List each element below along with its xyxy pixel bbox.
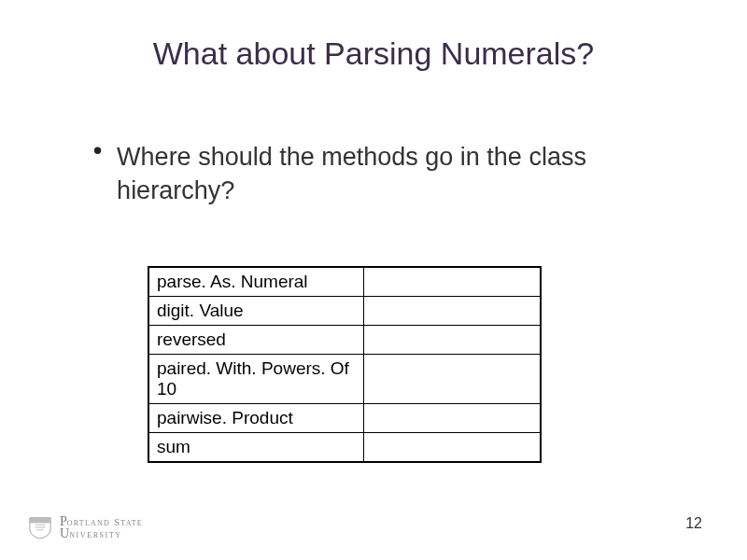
method-class-cell — [363, 267, 541, 297]
table-row: sum — [148, 433, 541, 463]
method-class-cell — [363, 433, 541, 463]
table-row: parse. As. Numeral — [148, 267, 541, 297]
methods-table: parse. As. Numeral digit. Value reversed… — [148, 266, 542, 463]
method-name-cell: paired. With. Powers. Of 10 — [148, 355, 363, 404]
logo-line-2: University — [60, 527, 143, 539]
bullet-item: • Where should the methods go in the cla… — [93, 140, 654, 207]
method-name-cell: reversed — [148, 326, 363, 355]
logo-line-1: Portland State — [60, 515, 143, 527]
bullet-text: Where should the methods go in the class… — [117, 140, 654, 207]
method-class-cell — [363, 404, 541, 433]
bullet-dot-icon: • — [93, 138, 102, 162]
method-class-cell — [363, 297, 541, 326]
table-row: paired. With. Powers. Of 10 — [148, 355, 541, 404]
method-name-cell: digit. Value — [148, 297, 363, 326]
method-name-cell: sum — [148, 433, 363, 463]
method-name-cell: parse. As. Numeral — [148, 267, 363, 297]
table-row: digit. Value — [148, 297, 541, 326]
shield-icon — [26, 515, 54, 539]
table-row: pairwise. Product — [148, 404, 541, 433]
method-name-cell: pairwise. Product — [148, 404, 363, 433]
page-number: 12 — [685, 515, 702, 532]
method-class-cell — [363, 326, 541, 355]
logo-text: Portland State University — [60, 515, 143, 539]
slide-title: What about Parsing Numerals? — [0, 35, 747, 72]
method-class-cell — [363, 355, 541, 404]
table-row: reversed — [148, 326, 541, 355]
university-logo: Portland State University — [26, 515, 143, 539]
